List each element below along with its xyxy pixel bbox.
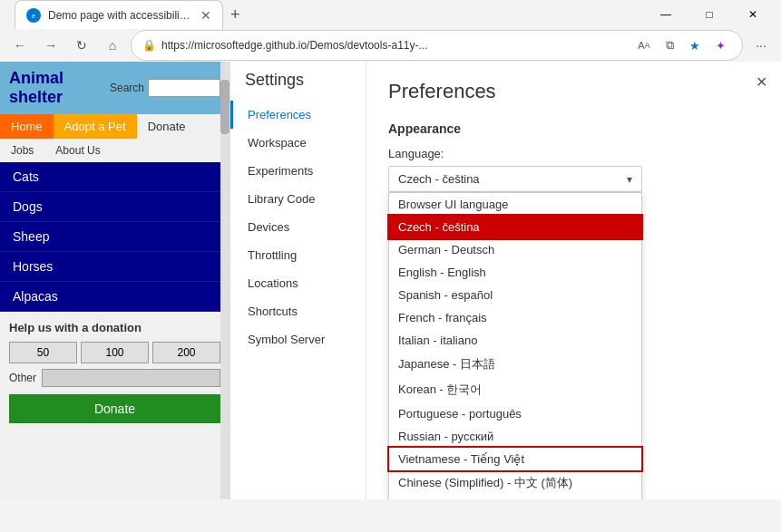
search-input[interactable] bbox=[148, 79, 220, 97]
main-nav: Home Adopt a Pet Donate bbox=[0, 114, 229, 139]
settings-title: Settings bbox=[230, 71, 366, 101]
lang-portuguese[interactable]: Portuguese - português bbox=[389, 402, 641, 425]
read-aloud-icon[interactable]: AA bbox=[633, 34, 655, 56]
language-select[interactable]: Czech - čeština ▾ bbox=[388, 166, 642, 192]
animal-list: Cats Dogs Sheep Horses Alpacas bbox=[0, 162, 229, 312]
settings-item-locations[interactable]: Locations bbox=[230, 269, 366, 297]
lang-chinese-simplified[interactable]: Chinese (Simplified) - 中文 (简体) bbox=[389, 470, 641, 496]
copilot-icon[interactable]: ✦ bbox=[709, 34, 731, 56]
settings-item-workspace[interactable]: Workspace bbox=[230, 129, 366, 157]
nav-donate[interactable]: Donate bbox=[137, 114, 197, 139]
minimize-button[interactable]: — bbox=[645, 0, 687, 29]
dropdown-chevron-icon: ▾ bbox=[627, 173, 632, 186]
animal-item-horses[interactable]: Horses bbox=[0, 252, 229, 282]
lang-vietnamese[interactable]: Vietnamese - Tiếng Việt bbox=[389, 448, 641, 470]
lang-french[interactable]: French - français bbox=[389, 306, 641, 329]
preferences-content: ✕ Preferences Appearance Language: Czech… bbox=[366, 62, 781, 499]
tab-close-button[interactable]: ✕ bbox=[200, 8, 211, 23]
animal-item-alpacas[interactable]: Alpacas bbox=[0, 282, 229, 312]
language-dropdown[interactable]: Czech - čeština ▾ Browser UI language Cz… bbox=[388, 166, 642, 192]
nav-adopt[interactable]: Adopt a Pet bbox=[54, 114, 137, 139]
url-bar[interactable]: 🔒 https://microsoftedge.github.io/Demos/… bbox=[131, 30, 743, 61]
svg-text:e: e bbox=[32, 13, 35, 19]
settings-panel: Settings Preferences Workspace Experimen… bbox=[230, 62, 366, 499]
donation-amounts: 50 100 200 bbox=[9, 342, 220, 363]
settings-more-icon[interactable]: ··· bbox=[748, 33, 774, 58]
settings-close-button[interactable]: ✕ bbox=[750, 71, 772, 92]
lang-german[interactable]: German - Deutsch bbox=[389, 238, 641, 261]
animal-item-sheep[interactable]: Sheep bbox=[0, 222, 229, 252]
language-label: Language: bbox=[388, 147, 759, 160]
back-button[interactable]: ← bbox=[7, 33, 33, 58]
window-controls: — □ ✕ bbox=[645, 0, 774, 29]
animal-item-dogs[interactable]: Dogs bbox=[0, 192, 229, 222]
selected-language: Czech - čeština bbox=[398, 172, 480, 186]
lang-browser-ui[interactable]: Browser UI language bbox=[389, 193, 641, 216]
lang-spanish[interactable]: Spanish - español bbox=[389, 284, 641, 306]
site-title: Animal shelter bbox=[9, 69, 63, 107]
preferences-title: Preferences bbox=[388, 80, 759, 103]
active-tab[interactable]: e Demo page with accessibility iss ✕ bbox=[15, 0, 223, 29]
lang-chinese-traditional[interactable]: Chinese (Traditional) - 中文 (繁體) bbox=[389, 496, 641, 499]
nav-home[interactable]: Home bbox=[0, 114, 54, 139]
language-dropdown-list: Browser UI language Czech - čeština Germ… bbox=[388, 192, 642, 499]
close-button[interactable]: ✕ bbox=[732, 0, 774, 29]
settings-item-preferences[interactable]: Preferences bbox=[230, 101, 366, 129]
donation-title: Help us with a donation bbox=[9, 321, 220, 334]
lang-korean[interactable]: Korean - 한국어 bbox=[389, 377, 641, 402]
favorites-icon[interactable]: ★ bbox=[684, 34, 706, 56]
sub-nav: Jobs About Us bbox=[0, 139, 229, 162]
amount-50[interactable]: 50 bbox=[9, 342, 77, 363]
maximize-button[interactable]: □ bbox=[688, 0, 730, 29]
tab-title: Demo page with accessibility iss bbox=[48, 9, 193, 22]
settings-item-experiments[interactable]: Experiments bbox=[230, 157, 366, 185]
appearance-title: Appearance bbox=[388, 121, 759, 136]
scrollbar[interactable] bbox=[220, 62, 229, 499]
donation-section: Help us with a donation 50 100 200 Other… bbox=[0, 312, 229, 432]
site-header: Animal shelter Search bbox=[0, 62, 229, 114]
lang-japanese[interactable]: Japanese - 日本語 bbox=[389, 352, 641, 377]
new-tab-button[interactable]: + bbox=[223, 5, 248, 24]
nav-jobs[interactable]: Jobs bbox=[0, 140, 44, 160]
amount-100[interactable]: 100 bbox=[81, 342, 149, 363]
lang-czech[interactable]: Czech - čeština bbox=[389, 216, 641, 238]
refresh-button[interactable]: ↻ bbox=[69, 33, 94, 58]
tab-favicon: e bbox=[26, 8, 41, 23]
amount-200[interactable]: 200 bbox=[152, 342, 220, 363]
settings-item-throttling[interactable]: Throttling bbox=[230, 241, 366, 269]
donate-button[interactable]: Donate bbox=[9, 394, 220, 423]
lang-english[interactable]: English - English bbox=[389, 261, 641, 284]
scrollbar-thumb[interactable] bbox=[220, 80, 229, 134]
split-screen-icon[interactable]: ⧉ bbox=[659, 34, 680, 56]
other-amount-row: Other bbox=[9, 369, 220, 387]
settings-item-devices[interactable]: Devices bbox=[230, 213, 366, 241]
other-label: Other bbox=[9, 372, 36, 384]
search-label: Search bbox=[110, 82, 144, 94]
address-bar: ← → ↻ ⌂ 🔒 https://microsoftedge.github.i… bbox=[0, 29, 781, 62]
nav-about[interactable]: About Us bbox=[44, 140, 111, 160]
lang-russian[interactable]: Russian - русский bbox=[389, 425, 641, 448]
forward-button[interactable]: → bbox=[38, 33, 63, 58]
settings-item-symbol-server[interactable]: Symbol Server bbox=[230, 325, 366, 353]
settings-item-shortcuts[interactable]: Shortcuts bbox=[230, 297, 366, 325]
home-button[interactable]: ⌂ bbox=[100, 33, 125, 58]
settings-item-library-code[interactable]: Library Code bbox=[230, 185, 366, 213]
lang-italian[interactable]: Italian - italiano bbox=[389, 329, 641, 352]
animal-item-cats[interactable]: Cats bbox=[0, 162, 229, 192]
url-text: https://microsoftedge.github.io/Demos/de… bbox=[161, 39, 628, 52]
other-amount-input[interactable] bbox=[42, 369, 220, 387]
search-area: Search bbox=[110, 79, 220, 97]
